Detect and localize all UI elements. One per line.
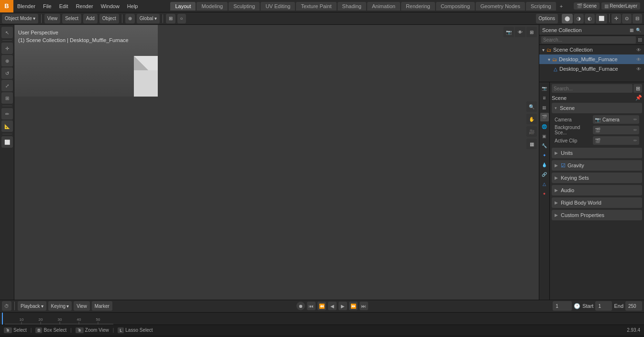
add-menu-btn[interactable]: Add: [83, 14, 98, 23]
menu-help[interactable]: Help: [123, 2, 142, 11]
world-properties-icon[interactable]: 🌐: [540, 122, 549, 131]
object-menu-btn[interactable]: Object: [99, 14, 119, 23]
playback-menu[interactable]: Playback▾: [18, 301, 46, 311]
tab-scripting[interactable]: Scripting: [526, 2, 556, 11]
tab-shading[interactable]: Shading: [338, 2, 366, 11]
tab-animation[interactable]: Animation: [367, 2, 400, 11]
scene-section-header[interactable]: ▾ Scene: [552, 103, 642, 113]
annotate-tool[interactable]: ✏: [1, 108, 13, 120]
menu-render[interactable]: Render: [72, 2, 97, 11]
step-forward-btn[interactable]: ⏩: [349, 302, 358, 310]
gravity-checkbox[interactable]: ☑: [561, 163, 566, 169]
menu-blender[interactable]: Blender: [13, 2, 39, 11]
overlays-toggle[interactable]: ⊙: [622, 14, 632, 23]
viewport[interactable]: X Y Z User Perspective (1) Scene Collect…: [14, 25, 539, 300]
filter-btn[interactable]: ⊞: [526, 27, 537, 37]
scene-visibility-btn[interactable]: 👁: [515, 27, 525, 37]
scene-properties-icon[interactable]: 🎬: [540, 113, 549, 121]
select-menu-btn[interactable]: Select: [62, 14, 81, 23]
units-section-header[interactable]: ▶ Units: [552, 148, 642, 158]
collections-icon[interactable]: ▦: [526, 139, 537, 149]
transform-mode-btn[interactable]: ⊕: [125, 14, 135, 23]
view-menu-tl[interactable]: View: [74, 301, 90, 311]
tab-compositing[interactable]: Compositing: [436, 2, 475, 11]
jump-start-btn[interactable]: ⏮: [307, 302, 316, 310]
proportional-edit-btn[interactable]: ○: [177, 14, 186, 23]
marker-menu[interactable]: Marker: [92, 301, 112, 311]
viewport-shading-rendered[interactable]: ◐: [585, 14, 595, 23]
tab-geometry-nodes[interactable]: Geometry Nodes: [476, 2, 525, 11]
start-frame-input[interactable]: 1: [595, 301, 612, 311]
snapping-btn[interactable]: ⊞: [166, 14, 175, 23]
visibility-icon-1[interactable]: 👁: [636, 57, 641, 62]
scene-picker[interactable]: 🎬 Scene: [574, 2, 600, 10]
constraints-properties-icon[interactable]: 🔗: [540, 170, 549, 179]
outliner-item-1[interactable]: ▾ 🗂 Desktop_Muffle_Furnace 👁: [539, 54, 644, 64]
view-menu-btn[interactable]: View: [44, 14, 61, 23]
options-btn[interactable]: Options: [536, 14, 558, 23]
tab-uv-editing[interactable]: UV Editing: [261, 2, 295, 11]
transform-tool[interactable]: ⊞: [1, 92, 13, 104]
menu-edit[interactable]: Edit: [55, 2, 72, 11]
tab-sculpting[interactable]: Sculpting: [229, 2, 260, 11]
modifier-properties-icon[interactable]: 🔧: [540, 141, 549, 150]
render-properties-icon[interactable]: 📷: [540, 84, 549, 93]
timeline-ruler[interactable]: 10 20 30 40 50 60 70 80 90 100 110 120 1…: [0, 313, 644, 325]
object-mode-select[interactable]: Object Mode ▾: [2, 14, 38, 23]
render-layer-picker[interactable]: ▦ RenderLayer: [601, 2, 640, 10]
xray-toggle[interactable]: ⊟: [633, 14, 642, 23]
gravity-section-header[interactable]: ▶ ☑ Gravity: [552, 160, 642, 171]
keying-menu[interactable]: Keying▾: [48, 301, 72, 311]
output-properties-icon[interactable]: 🖥: [540, 94, 549, 102]
tab-layout[interactable]: Layout: [170, 2, 196, 11]
scale-tool[interactable]: ⤢: [1, 80, 13, 91]
physics-properties-icon[interactable]: 💧: [540, 161, 549, 169]
particles-properties-icon[interactable]: ✦: [540, 151, 549, 160]
tab-texture-paint[interactable]: Texture Paint: [296, 2, 336, 11]
pin-button[interactable]: 📌: [635, 95, 642, 101]
measure-tool[interactable]: 📐: [1, 120, 13, 132]
select-tool[interactable]: ↖: [1, 27, 13, 38]
viewport-shading-material[interactable]: ◑: [574, 14, 584, 23]
outliner-item-0[interactable]: ▾ 🗂 Scene Collection 👁: [539, 45, 644, 54]
material-properties-icon[interactable]: ●: [540, 189, 549, 198]
play-reverse-btn[interactable]: ◀: [328, 302, 337, 310]
pan-icon[interactable]: ✋: [526, 114, 537, 124]
tab-modeling[interactable]: Modeling: [196, 2, 228, 11]
object-data-properties-icon[interactable]: △: [540, 180, 549, 188]
global-select[interactable]: Global ▾: [137, 14, 160, 23]
viewport-shading-wireframe[interactable]: ⬜: [596, 14, 607, 23]
current-frame-input[interactable]: 1: [553, 301, 572, 311]
outliner-search-input[interactable]: [541, 36, 636, 43]
tab-rendering[interactable]: Rendering: [401, 2, 435, 11]
prop-filter-icon[interactable]: ⊞: [633, 84, 642, 93]
zoom-icon[interactable]: 🔍: [526, 101, 537, 112]
end-frame-input[interactable]: 250: [625, 301, 642, 311]
record-btn[interactable]: ⏺: [296, 302, 305, 310]
gizmo-toggle[interactable]: ✛: [611, 14, 621, 23]
bg-scene-value[interactable]: 🎬 ✏: [593, 126, 639, 134]
audio-section-header[interactable]: ▶ Audio: [552, 185, 642, 196]
camera-value[interactable]: 📷 Camera ✏: [593, 115, 639, 124]
jump-end-btn[interactable]: ⏭: [360, 302, 368, 310]
outliner-item-2[interactable]: △ Desktop_Muffle_Furnace 👁: [539, 64, 644, 74]
viewport-shading-solid[interactable]: ⬤: [562, 14, 573, 23]
custom-props-header[interactable]: ▶ Custom Properties: [552, 210, 642, 220]
add-workspace-button[interactable]: +: [557, 2, 566, 10]
menu-window[interactable]: Window: [97, 2, 123, 11]
timeline-icon[interactable]: ⏱: [2, 301, 11, 311]
visibility-icon-2[interactable]: 👁: [636, 66, 641, 72]
cursor-tool[interactable]: ✛: [1, 43, 13, 54]
camera-align-icon[interactable]: 🎥: [526, 126, 537, 137]
move-tool[interactable]: ⊕: [1, 55, 13, 66]
visibility-icon-0[interactable]: 👁: [636, 47, 641, 53]
viewlayer-properties-icon[interactable]: ▦: [540, 103, 549, 112]
add-cube-tool[interactable]: ⬜: [1, 136, 13, 148]
play-btn[interactable]: ▶: [338, 302, 347, 310]
step-back-btn[interactable]: ⏪: [317, 302, 326, 310]
menu-file[interactable]: File: [39, 2, 55, 11]
object-properties-icon[interactable]: ▣: [540, 132, 549, 141]
rigid-body-header[interactable]: ▶ Rigid Body World: [552, 197, 642, 208]
camera-icon-btn[interactable]: 📷: [503, 27, 514, 37]
rotate-tool[interactable]: ↺: [1, 67, 13, 79]
